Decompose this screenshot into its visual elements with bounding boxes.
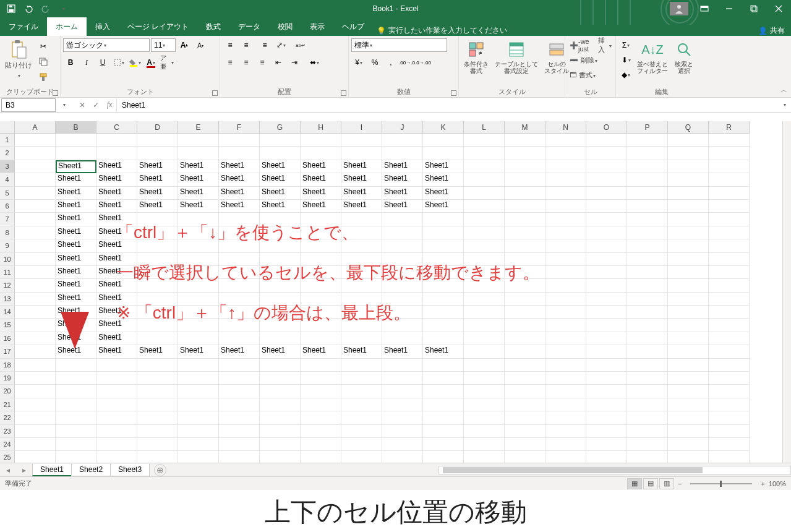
cell[interactable] bbox=[15, 239, 56, 252]
cell[interactable] bbox=[709, 372, 750, 385]
cell[interactable] bbox=[96, 411, 137, 424]
cell[interactable]: Sheet1 bbox=[260, 187, 301, 200]
cell[interactable]: Sheet1 bbox=[96, 173, 137, 186]
cell[interactable] bbox=[260, 398, 301, 411]
cell[interactable] bbox=[178, 147, 219, 160]
cell[interactable] bbox=[137, 425, 178, 438]
cell[interactable]: Sheet1 bbox=[96, 160, 137, 173]
cell[interactable]: Sheet1 bbox=[178, 345, 219, 358]
cell[interactable] bbox=[341, 134, 382, 147]
cell[interactable] bbox=[505, 134, 545, 147]
column-header[interactable]: D bbox=[137, 121, 178, 134]
cell[interactable] bbox=[668, 385, 709, 398]
column-header[interactable]: G bbox=[260, 121, 301, 134]
borders-button[interactable] bbox=[111, 56, 126, 69]
zoom-level[interactable]: 100% bbox=[769, 480, 786, 487]
cell[interactable] bbox=[178, 372, 219, 385]
cell[interactable] bbox=[178, 398, 219, 411]
cell[interactable]: Sheet1 bbox=[96, 200, 137, 213]
cell[interactable] bbox=[627, 266, 668, 279]
cell[interactable] bbox=[423, 253, 464, 266]
cell[interactable]: Sheet1 bbox=[96, 266, 137, 279]
column-header[interactable]: O bbox=[586, 121, 627, 134]
cell[interactable] bbox=[464, 173, 505, 186]
cell[interactable] bbox=[627, 279, 668, 292]
cell[interactable] bbox=[586, 398, 627, 411]
cell[interactable] bbox=[382, 359, 423, 372]
cell[interactable] bbox=[505, 438, 545, 451]
cell[interactable] bbox=[505, 226, 545, 239]
row-header[interactable]: 12 bbox=[0, 279, 15, 292]
cell[interactable] bbox=[668, 438, 709, 451]
tab-page-layout[interactable]: ページ レイアウト bbox=[119, 17, 197, 36]
cell[interactable] bbox=[56, 425, 96, 438]
cell[interactable] bbox=[668, 279, 709, 292]
align-right-icon[interactable]: ≡ bbox=[255, 56, 270, 69]
cell[interactable] bbox=[423, 398, 464, 411]
cell[interactable] bbox=[586, 306, 627, 319]
cell[interactable] bbox=[219, 359, 260, 372]
cell[interactable] bbox=[56, 134, 96, 147]
cell[interactable] bbox=[423, 279, 464, 292]
cell[interactable] bbox=[627, 398, 668, 411]
cell[interactable]: Sheet1 bbox=[56, 293, 96, 306]
cell[interactable] bbox=[505, 160, 545, 173]
comma-format-icon[interactable]: , bbox=[383, 56, 398, 69]
cell[interactable] bbox=[627, 187, 668, 200]
cell[interactable] bbox=[464, 425, 505, 438]
increase-decimal-icon[interactable]: .00→.0 bbox=[400, 56, 414, 69]
cell[interactable] bbox=[341, 279, 382, 292]
cell[interactable] bbox=[178, 226, 219, 239]
cell[interactable] bbox=[96, 398, 137, 411]
cell[interactable] bbox=[137, 239, 178, 252]
cell[interactable] bbox=[545, 372, 586, 385]
cell[interactable] bbox=[464, 239, 505, 252]
cell[interactable] bbox=[15, 438, 56, 451]
find-select-button[interactable]: 検索と 選択 bbox=[672, 38, 696, 75]
cell[interactable] bbox=[586, 359, 627, 372]
cell[interactable] bbox=[15, 200, 56, 213]
zoom-out-button[interactable]: − bbox=[678, 480, 682, 487]
cell[interactable] bbox=[586, 187, 627, 200]
cell[interactable] bbox=[545, 425, 586, 438]
cell[interactable] bbox=[668, 253, 709, 266]
clear-icon[interactable]: ◆ bbox=[618, 68, 633, 82]
cell[interactable] bbox=[178, 332, 219, 345]
cell[interactable] bbox=[545, 213, 586, 226]
cell[interactable] bbox=[137, 438, 178, 451]
column-header[interactable]: C bbox=[96, 121, 137, 134]
cell[interactable] bbox=[709, 147, 750, 160]
bold-button[interactable]: B bbox=[63, 56, 78, 69]
cell[interactable] bbox=[627, 293, 668, 306]
cell[interactable] bbox=[96, 438, 137, 451]
align-center-icon[interactable]: ≡ bbox=[239, 56, 254, 69]
cell[interactable] bbox=[545, 332, 586, 345]
cell[interactable] bbox=[15, 266, 56, 279]
cell[interactable] bbox=[219, 253, 260, 266]
cell[interactable] bbox=[15, 134, 56, 147]
cell[interactable]: Sheet1 bbox=[301, 160, 341, 173]
cell[interactable] bbox=[709, 187, 750, 200]
increase-font-icon[interactable]: A▴ bbox=[177, 38, 192, 52]
cell[interactable] bbox=[545, 293, 586, 306]
cell[interactable] bbox=[627, 147, 668, 160]
cell[interactable] bbox=[382, 266, 423, 279]
cell[interactable] bbox=[260, 411, 301, 424]
cell[interactable]: Sheet1 bbox=[96, 293, 137, 306]
cell[interactable] bbox=[464, 306, 505, 319]
cell[interactable] bbox=[301, 438, 341, 451]
page-break-view-icon[interactable]: ▥ bbox=[659, 478, 674, 489]
cell[interactable] bbox=[219, 385, 260, 398]
cancel-formula-icon[interactable]: ✕ bbox=[75, 98, 89, 112]
column-header[interactable]: K bbox=[423, 121, 464, 134]
cell[interactable]: Sheet1 bbox=[260, 345, 301, 358]
redo-icon[interactable] bbox=[41, 4, 51, 14]
cell[interactable]: Sheet1 bbox=[260, 200, 301, 213]
tab-view[interactable]: 表示 bbox=[301, 17, 333, 36]
cell[interactable]: Sheet1 bbox=[260, 160, 301, 173]
row-header[interactable]: 10 bbox=[0, 253, 15, 266]
cell[interactable] bbox=[586, 438, 627, 451]
cell[interactable] bbox=[545, 187, 586, 200]
cell[interactable] bbox=[260, 385, 301, 398]
tab-formulas[interactable]: 数式 bbox=[197, 17, 229, 36]
